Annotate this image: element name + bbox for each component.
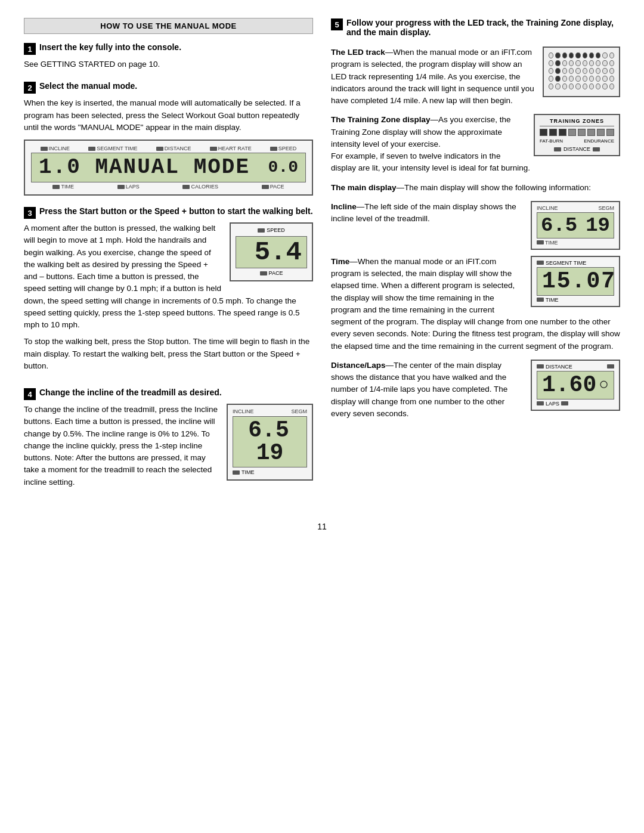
led-21	[549, 68, 553, 74]
led-12	[555, 60, 560, 66]
led-38	[596, 76, 600, 82]
led-42	[555, 83, 560, 89]
speed-display: SPEED 5.4 PACE	[230, 222, 313, 281]
seg-time-rect	[537, 261, 544, 265]
dist-bold: Distance/Laps	[331, 361, 386, 370]
main-display-intro: The main display—The main display will s…	[331, 182, 620, 194]
led-26	[583, 68, 587, 74]
led-24	[569, 68, 574, 74]
step-5-header: 5 Follow your progress with the LED trac…	[331, 18, 620, 37]
tz-right-rect	[593, 147, 600, 151]
tz-endurance: ENDURANCE	[584, 138, 614, 144]
incline-main-display: INCLINE SEGM 6.5 19 TIME	[531, 201, 620, 250]
led-36	[583, 76, 587, 82]
led-17	[589, 60, 594, 66]
laps-right-rect	[561, 401, 568, 405]
led-47	[589, 83, 594, 89]
step-2-body: When the key is inserted, the manual mod…	[24, 97, 313, 134]
step-4-title: 4 Change the incline of the treadmill as…	[24, 388, 313, 400]
led-44	[569, 83, 574, 89]
led-18	[596, 60, 600, 66]
led-4	[569, 52, 574, 58]
tz-bar-1	[540, 129, 547, 136]
incline-panel-segm: SEGM	[598, 205, 614, 211]
distance-section: DISTANCE 1.60 ○ LAPS Distance/Laps—The c…	[331, 360, 620, 427]
incline-label-incline: INCLINE	[233, 408, 254, 416]
step-num-4: 4	[24, 388, 36, 400]
led-35	[575, 76, 580, 82]
led-25	[575, 68, 580, 74]
led-3	[562, 52, 567, 58]
tz-dist-label: DISTANCE	[564, 146, 590, 152]
tz-dist-rect	[554, 147, 561, 151]
incline-section: INCLINE SEGM 6.5 19 TIME Incline—The lef…	[331, 201, 620, 256]
time-section: SEGMENT TIME 15.07 TIME Time—When the ma…	[331, 256, 620, 360]
incline-bold: Incline	[331, 202, 357, 211]
laps-label: LAPS	[546, 401, 559, 407]
led-row-1	[549, 52, 614, 58]
tz-bars	[540, 129, 614, 136]
step-5-title: 5 Follow your progress with the LED trac…	[331, 18, 620, 37]
right-column: 5 Follow your progress with the LED trac…	[331, 18, 620, 504]
label-speed: SPEED	[270, 145, 297, 151]
led-6	[583, 52, 587, 58]
rect-icon	[41, 147, 48, 151]
tz-title-text: The Training Zone display	[331, 115, 431, 124]
led-40	[609, 76, 614, 82]
led-49	[602, 83, 607, 89]
led-30	[609, 68, 614, 74]
led-9	[602, 52, 607, 58]
led-track-display	[543, 47, 620, 97]
dist-screen: 1.60 ○	[537, 371, 614, 400]
training-zones-section: TRAINING ZONES FAT-BURN ENDURANCE	[331, 114, 620, 181]
dist-label-rect	[537, 364, 544, 368]
led-track-bold: The LED track	[331, 48, 385, 57]
step-2: 2 Select the manual mode. When the key i…	[24, 81, 313, 196]
incline-panel-screen: 6.5 19	[537, 212, 614, 239]
time-lcd: 15.07	[542, 268, 616, 294]
led-1	[549, 52, 553, 58]
tz-zone-labels: FAT-BURN ENDURANCE	[540, 138, 614, 144]
label-seg-time: SEGMENT TIME	[88, 145, 137, 151]
led-15	[575, 60, 580, 66]
led-14	[569, 60, 574, 66]
dist-right-indicator: ○	[599, 376, 609, 394]
step-3-title: 3 Press the Start button or the Speed + …	[24, 206, 313, 219]
time-display: SEGMENT TIME 15.07 TIME	[531, 256, 620, 307]
rect-icon-4	[210, 147, 217, 151]
incline-time-rect	[537, 240, 544, 244]
label-heart-rate: HEART RATE	[210, 145, 252, 151]
time-bottom-label: TIME	[546, 297, 559, 303]
lcd-right: 0.0	[268, 159, 298, 176]
led-33	[562, 76, 567, 82]
time-bottom-rect	[537, 298, 544, 302]
rect-icon-b2	[117, 185, 125, 189]
led-28	[596, 68, 600, 74]
tz-bar-6	[587, 129, 595, 136]
incline-panel-lcd-right: 19	[586, 215, 610, 236]
tz-bar-4	[568, 129, 576, 136]
laps-rect	[537, 401, 544, 405]
training-zones-display: TRAINING ZONES FAT-BURN ENDURANCE	[534, 114, 620, 156]
label-distance: DISTANCE	[156, 145, 191, 151]
step-1-title: 1 Insert the key fully into the console.	[24, 42, 313, 55]
tz-bottom-label: DISTANCE	[540, 146, 614, 152]
led-43	[562, 83, 567, 89]
step-3-body: SPEED 5.4 PACE A moment after the button…	[24, 222, 313, 377]
tz-bar-3	[559, 129, 566, 136]
incline-panel-labels-top: INCLINE SEGM	[537, 205, 614, 211]
incline-screen-left: 6.5 19	[233, 416, 307, 467]
incline-panel-time-rect-wrap: TIME	[537, 240, 558, 246]
tz-bar-5	[578, 129, 586, 136]
incline-panel-incline: INCLINE	[537, 205, 558, 211]
led-27	[589, 68, 594, 74]
display-labels-bottom: TIME LAPS CALORIES PACE	[31, 184, 306, 190]
step-1-body: See GETTING STARTED on page 10.	[24, 58, 313, 70]
led-track-section: The LED track—When the manual mode or an…	[331, 47, 620, 114]
led-row-3	[549, 68, 614, 74]
led-8	[596, 52, 600, 58]
led-41	[549, 83, 553, 89]
distance-display: DISTANCE 1.60 ○ LAPS	[531, 360, 620, 411]
incline-label-segm: SEGM	[291, 408, 307, 416]
led-7	[589, 52, 594, 58]
